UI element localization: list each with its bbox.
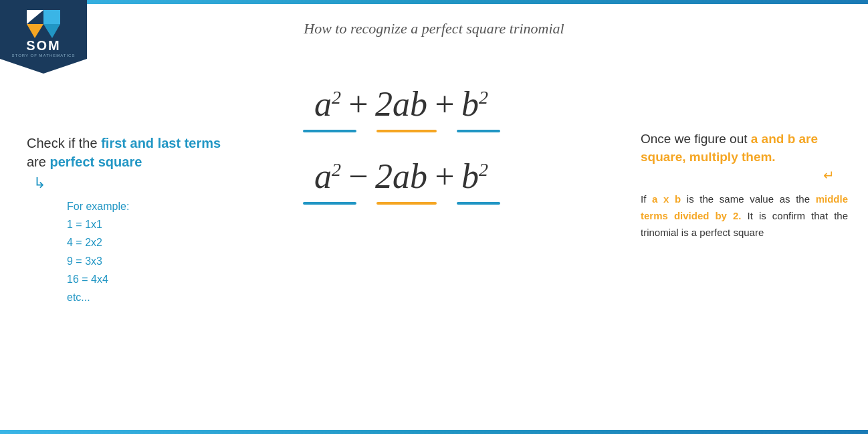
right-axb: a x b: [652, 193, 681, 205]
right-body: If a x b is the same value as the middle…: [641, 191, 848, 241]
f2-b2: b2: [461, 159, 488, 194]
formula-2-math: a2 − 2ab + b2: [314, 159, 488, 199]
center-formulas: a2 + 2ab + b2 a2 − 2ab + b2: [234, 87, 568, 205]
logo-subtext: STORY OF MATHEMATICS: [12, 53, 76, 58]
example-1: 1 = 1x1: [67, 215, 227, 233]
underline2-a2-blue: [303, 202, 356, 205]
f2-a2: a2: [314, 159, 341, 194]
example-title: For example:: [67, 197, 227, 215]
right-body-prefix: If: [641, 193, 652, 205]
left-highlight2: perfect square: [49, 154, 142, 169]
logo-name: SOM: [26, 38, 61, 53]
f1-2ab: 2ab: [375, 87, 427, 122]
right-content: Once we figure out a and b are square, m…: [641, 130, 848, 241]
example-3: 9 = 3x3: [67, 252, 227, 270]
page-title: How to recognize a perfect square trinom…: [0, 20, 868, 37]
f2-minus: −: [346, 159, 370, 194]
f1-plus1: +: [346, 87, 370, 122]
underline-b2-blue: [457, 130, 500, 132]
underline-a2-blue: [303, 130, 356, 132]
f2-2ab: 2ab: [375, 159, 427, 194]
left-content: Check if the first and last terms are pe…: [27, 134, 227, 306]
formula-2: a2 − 2ab + b2: [303, 159, 500, 205]
formula-1-underlines: [303, 130, 500, 132]
right-body-middle: is the same value as the: [681, 193, 816, 205]
example-5: etc...: [67, 288, 227, 306]
example-4: 16 = 4x4: [67, 270, 227, 288]
underline-2ab-orange: [376, 130, 437, 132]
left-arrow: ↳: [33, 175, 227, 192]
left-text-middle: are: [27, 154, 49, 169]
top-stripe: [0, 0, 868, 4]
right-arrow: ↵: [641, 167, 835, 183]
right-text-prefix: Once we figure out: [641, 132, 751, 146]
f1-plus2: +: [433, 87, 456, 122]
f2-plus: +: [433, 159, 456, 194]
example-2: 4 = 2x2: [67, 233, 227, 251]
left-text-prefix: Check if the: [27, 136, 101, 150]
formula-1-math: a2 + 2ab + b2: [314, 87, 488, 127]
underline2-b2-blue: [457, 202, 500, 205]
f1-b2: b2: [461, 87, 488, 122]
left-title: Check if the first and last terms are pe…: [27, 134, 227, 171]
bottom-stripe: [0, 430, 868, 434]
f1-a2: a2: [314, 87, 341, 122]
underline2-2ab-orange: [376, 202, 437, 205]
formula-2-underlines: [303, 202, 500, 205]
examples: For example: 1 = 1x1 4 = 2x2 9 = 3x3 16 …: [67, 197, 227, 306]
right-title: Once we figure out a and b are square, m…: [641, 130, 848, 166]
formula-1: a2 + 2ab + b2: [303, 87, 500, 132]
left-highlight1: first and last terms: [101, 136, 221, 150]
